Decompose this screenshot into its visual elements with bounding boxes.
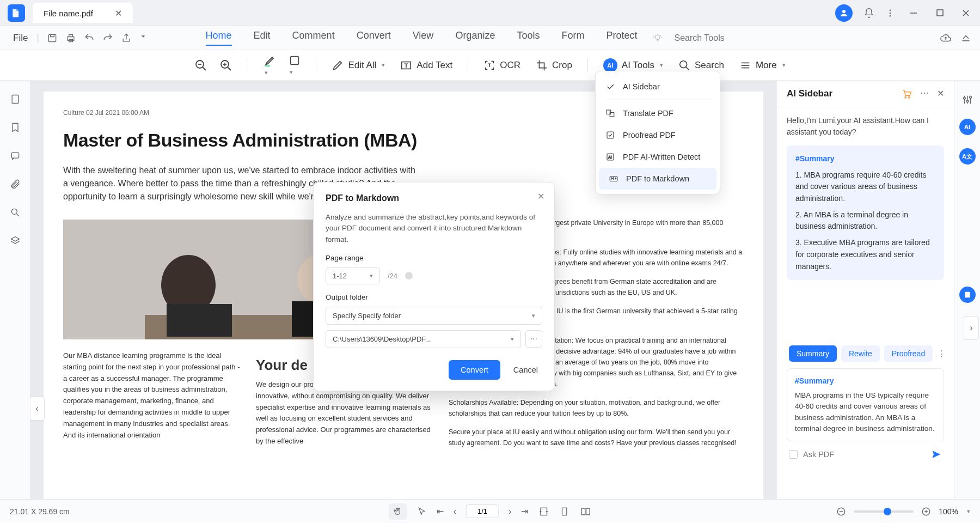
cart-icon[interactable] xyxy=(901,88,912,99)
zoom-plus-icon[interactable] xyxy=(921,507,931,516)
collapse-icon[interactable] xyxy=(960,32,971,44)
highlighter-icon[interactable]: ▾ xyxy=(264,54,277,77)
kebab-icon[interactable] xyxy=(885,8,895,18)
tab-protect[interactable]: Protect xyxy=(606,30,637,46)
page-prev-chevron[interactable]: ‹ xyxy=(30,397,45,421)
titlebar: File name.pdf ✕ xyxy=(0,0,980,26)
next-page-icon[interactable]: › xyxy=(509,507,511,516)
send-icon[interactable] xyxy=(931,449,942,460)
undo-icon[interactable] xyxy=(84,33,95,44)
share-icon[interactable] xyxy=(121,33,132,44)
comments-icon[interactable] xyxy=(10,150,21,161)
crop-button[interactable]: Crop xyxy=(536,59,572,71)
tab-home[interactable]: Home xyxy=(206,30,232,46)
zoom-out-icon[interactable] xyxy=(194,59,207,72)
chip-summary[interactable]: Summary xyxy=(789,345,837,362)
dropdown-icon[interactable] xyxy=(139,33,147,44)
ai-more-icon[interactable] xyxy=(920,88,929,99)
zoom-dropdown-icon[interactable]: ▾ xyxy=(967,508,970,515)
ocr-button[interactable]: OCR xyxy=(483,59,520,71)
svg-rect-30 xyxy=(11,153,19,158)
ai-close-icon[interactable]: ✕ xyxy=(937,88,944,99)
svg-rect-8 xyxy=(48,34,56,41)
tab-form[interactable]: Form xyxy=(561,30,584,46)
app-logo[interactable] xyxy=(8,4,25,22)
single-page-icon[interactable] xyxy=(559,506,569,517)
ask-checkbox[interactable] xyxy=(789,450,798,459)
shape-icon[interactable]: ▾ xyxy=(289,54,301,76)
search-button[interactable]: Search xyxy=(678,59,724,71)
first-page-icon[interactable]: ⇤ xyxy=(437,506,444,516)
ask-pdf-input[interactable] xyxy=(803,450,926,459)
add-text-button[interactable]: Add Text xyxy=(400,59,452,71)
tab-tools[interactable]: Tools xyxy=(517,30,540,46)
close-icon[interactable] xyxy=(958,5,973,21)
thumbnails-icon[interactable] xyxy=(10,94,21,105)
two-page-icon[interactable] xyxy=(579,506,591,517)
rail-translate-icon[interactable]: A文 xyxy=(959,148,976,165)
svg-line-15 xyxy=(203,67,206,70)
search-panel-icon[interactable] xyxy=(10,207,21,218)
modal-close-icon[interactable]: ✕ xyxy=(537,191,544,202)
svg-rect-63 xyxy=(581,508,585,515)
rail-ai-icon[interactable]: AI xyxy=(959,119,976,135)
svg-rect-22 xyxy=(291,56,299,64)
cancel-button[interactable]: Cancel xyxy=(509,360,542,380)
layers-icon[interactable] xyxy=(10,235,21,246)
ai-menu-detect[interactable]: AI PDF AI-Written Detect xyxy=(596,146,720,168)
tab-view[interactable]: View xyxy=(413,30,434,46)
maximize-icon[interactable] xyxy=(932,5,947,21)
menubar-tabs: Home Edit Comment Convert View Organize … xyxy=(206,30,638,46)
chip-more-icon[interactable]: ⋮ xyxy=(937,349,946,359)
tab-comment[interactable]: Comment xyxy=(292,30,335,46)
attachments-icon[interactable] xyxy=(10,179,21,190)
ai-tools-dropdown: AI Sidebar Translate PDF Proofread PDF A… xyxy=(595,71,720,194)
save-icon[interactable] xyxy=(47,33,58,44)
svg-point-1 xyxy=(890,9,891,11)
output-folder-select[interactable]: Specify Specify folder ▾ xyxy=(326,307,542,325)
file-menu[interactable]: File xyxy=(9,31,32,46)
edit-all-button[interactable]: Edit All▾ xyxy=(332,59,385,71)
user-avatar[interactable] xyxy=(835,4,853,22)
last-page-icon[interactable]: ⇥ xyxy=(521,506,528,516)
page-range-select[interactable]: 1-12 ▾ xyxy=(326,267,380,284)
convert-button[interactable]: Convert xyxy=(449,360,500,380)
zoom-minus-icon[interactable] xyxy=(836,507,846,516)
chip-rewrite[interactable]: Rewite xyxy=(841,345,880,362)
bookmark-icon[interactable] xyxy=(10,122,21,133)
tab-organize[interactable]: Organize xyxy=(455,30,495,46)
doc-left-col: Our MBA distance learning programme is t… xyxy=(63,350,241,447)
select-tool-icon[interactable] xyxy=(417,507,427,516)
page-next-chevron[interactable]: › xyxy=(964,316,979,340)
ai-menu-translate[interactable]: Translate PDF xyxy=(596,102,720,124)
page-input[interactable] xyxy=(466,504,499,518)
lightbulb-icon[interactable] xyxy=(652,33,663,44)
output-path-select[interactable]: C:\Users\13609\Desktop\PDF... ▾ xyxy=(326,330,521,348)
ai-menu-sidebar[interactable]: AI Sidebar xyxy=(596,76,720,98)
document-tab[interactable]: File name.pdf ✕ xyxy=(33,3,133,23)
tab-convert[interactable]: Convert xyxy=(357,30,391,46)
bell-icon[interactable] xyxy=(863,8,874,19)
range-radio[interactable] xyxy=(405,272,413,279)
browse-button[interactable]: ··· xyxy=(525,330,542,348)
search-tools-input[interactable] xyxy=(674,33,750,43)
tab-close-icon[interactable]: ✕ xyxy=(115,8,122,19)
ai-menu-markdown[interactable]: PDF to Markdown xyxy=(599,168,716,190)
svg-point-51 xyxy=(963,97,965,99)
prev-page-icon[interactable]: ‹ xyxy=(454,507,456,516)
rail-doc-icon[interactable] xyxy=(959,287,976,303)
sliders-icon[interactable] xyxy=(961,94,973,106)
minimize-icon[interactable] xyxy=(906,5,921,21)
cloud-icon[interactable] xyxy=(940,32,952,44)
chip-proofread[interactable]: Proofread xyxy=(884,345,933,362)
hand-tool-icon[interactable] xyxy=(389,503,407,520)
zoom-in-icon[interactable] xyxy=(219,59,232,72)
fit-width-icon[interactable] xyxy=(538,506,549,517)
redo-icon[interactable] xyxy=(102,33,113,44)
ai-menu-proofread[interactable]: Proofread PDF xyxy=(596,124,720,146)
print-icon[interactable] xyxy=(65,33,76,44)
ai-tools-button[interactable]: AI AI Tools▾ xyxy=(603,58,663,72)
tab-edit[interactable]: Edit xyxy=(254,30,271,46)
zoom-slider[interactable] xyxy=(854,510,914,513)
more-button[interactable]: More▾ xyxy=(739,59,786,71)
